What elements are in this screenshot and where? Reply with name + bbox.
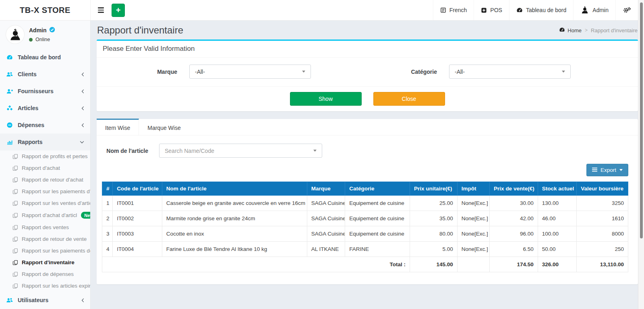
sidebar-subitem-rapport-sur-les-paiements-des-v[interactable]: Rapport sur les paiements des v [0, 245, 90, 257]
table-row[interactable]: 1IT0001Casserole beige en granite avec c… [102, 196, 628, 211]
sidebar-subitem-rapport-d-achat[interactable]: Rapport d'achat [0, 162, 90, 174]
sidebar-item-tableau-de-bord[interactable]: Tableau de bord [0, 49, 90, 66]
item-search-row: Nom de l'article Search Name/Code [97, 136, 638, 159]
gears-icon [623, 7, 631, 14]
user-plus-icon [6, 88, 13, 94]
table-cell: 2 [102, 211, 113, 226]
inventory-table: #Code de l'articleNom de l'articleMarque… [102, 182, 628, 272]
sidebar-item-label: Tableau de bord [18, 54, 61, 61]
sidebar-toggle-icon[interactable] [96, 6, 106, 14]
table-cell: IT0002 [113, 211, 162, 226]
breadcrumb-home[interactable]: Home [559, 27, 582, 34]
sidebar-subitem-rapport-de-d-penses[interactable]: Rapport de dépenses [0, 268, 90, 280]
sidebar-subitem-rapport-de-profits-et-pertes[interactable]: Rapport de profits et pertes [0, 150, 90, 162]
nav-dashboard[interactable]: Tableau de bord [509, 0, 573, 20]
navbar-right: French POS Tableau de bord Admin [433, 0, 638, 20]
report-copy-icon [12, 225, 18, 230]
sidebar-item-label: Utilisateurs [18, 297, 48, 303]
content-header: Rapport d'inventaire Home > Rapport d'in… [97, 21, 638, 40]
table-cell: None[Exc.] [457, 196, 489, 211]
chevron-left-icon [81, 72, 84, 77]
table-cell: 3250 [577, 196, 628, 211]
sidebar-item-clients[interactable]: Clients [0, 66, 90, 83]
reports-submenu: Rapport de profits et pertesRapport d'ac… [0, 150, 90, 292]
table-cell: AL ITKANE [307, 242, 345, 257]
total-label: Total : [102, 257, 410, 272]
table-cell: 1 [102, 196, 113, 211]
table-row[interactable]: 3IT0003Cocotte en inoxSAGA CuisineEquipe… [102, 226, 628, 242]
marque-select[interactable]: -All- [189, 65, 311, 79]
sidebar-subitem-rapport-de-retour-de-vente[interactable]: Rapport de retour de vente [0, 233, 90, 245]
sidebar-subitem-rapport-sur-les-articles-expir-s[interactable]: Rapport sur les articles expirés [0, 280, 90, 292]
categorie-form-group: Catégorie -All- [367, 65, 638, 79]
column-header: Prix unitaire(€) [410, 182, 458, 196]
table-cell: SAGA Cuisine [307, 226, 345, 242]
table-cell: IT0003 [113, 226, 162, 242]
table-row[interactable]: 2IT0002Marmite ronde grise en granite 24… [102, 211, 628, 226]
nav-user-label: Admin [592, 7, 609, 13]
table-row[interactable]: 4IT0004Farine Luxe de Blé Tendre Al Itka… [102, 242, 628, 257]
table-total-row: Total :145.00174.50326.0013,110.00 [102, 257, 628, 272]
sidebar-item-fournisseurs[interactable]: Fournisseurs [0, 83, 90, 100]
nav-pos[interactable]: POS [474, 0, 509, 20]
sidebar-item-d-penses[interactable]: Dépenses [0, 117, 90, 134]
home-dashboard-icon [559, 27, 565, 34]
user-name: Admin [29, 27, 47, 33]
table-cell: 1610 [577, 211, 628, 226]
minus-circle-icon [6, 122, 13, 128]
table-cell: FARINE [345, 242, 410, 257]
total-value: 174.50 [490, 257, 538, 272]
sidebar-subitem-label: Rapport de profits et pertes [22, 153, 88, 159]
sidebar-subitem-rapport-des-ventes[interactable]: Rapport des ventes [0, 221, 90, 233]
close-button[interactable]: Close [373, 92, 445, 106]
sidebar-subitem-rapport-de-retour-d-achat[interactable]: Rapport de retour d'achat [0, 174, 90, 186]
total-value: 13,110.00 [577, 257, 628, 272]
brand-logo[interactable]: TB-X STORE [0, 0, 91, 20]
report-copy-icon [12, 189, 18, 194]
table-cell: 5.00 [410, 242, 458, 257]
window-scrollbar-thumb[interactable] [640, 2, 643, 238]
chevron-left-icon [81, 298, 84, 303]
inventory-table-wrap: #Code de l'articleNom de l'articleMarque… [102, 182, 628, 272]
sidebar-item-utilisateurs[interactable]: Utilisateurs [0, 292, 90, 309]
column-header: Catégorie [345, 182, 410, 196]
nav-user-menu[interactable]: Admin [573, 0, 615, 20]
nav-language-french[interactable]: French [433, 0, 474, 20]
table-cell: 130.00 [538, 196, 577, 211]
sidebar-subitem-rapport-d-inventaire[interactable]: Rapport d'inventaire [0, 257, 90, 268]
sidebar-subitem-rapport-d-achat-d-articl[interactable]: Rapport d'achat d'articlNew [0, 209, 90, 221]
item-search-select[interactable]: Search Name/Code [159, 144, 322, 158]
user-meta: Admin Online [29, 25, 55, 42]
tab-marque-wise[interactable]: Marque Wise [139, 119, 189, 135]
table-cell: 8000 [577, 226, 628, 242]
nav-settings[interactable] [615, 0, 638, 20]
breadcrumb-separator: > [585, 27, 588, 33]
sidebar-subitem-rapport-sur-les-paiements-d-ach[interactable]: Rapport sur les paiements d'ach [0, 186, 90, 197]
navbar-left: + [91, 0, 125, 20]
item-name-label: Nom de l'article [97, 148, 148, 154]
categorie-select[interactable]: -All- [449, 65, 571, 79]
user-avatar [6, 25, 24, 44]
sidebar-subitem-label: Rapport sur les paiements des v [22, 248, 90, 254]
sidebar-subitem-rapport-sur-les-ventes-d-articles[interactable]: Rapport sur les ventes d'articles [0, 197, 90, 209]
table-cell: 80.00 [410, 226, 458, 242]
quick-add-button[interactable]: + [112, 4, 125, 17]
window-scrollbar-track[interactable] [638, 0, 644, 309]
sidebar-subitem-label: Rapport des ventes [22, 224, 69, 230]
sidebar-item-label: Clients [18, 71, 37, 77]
report-copy-icon [12, 213, 18, 218]
show-button[interactable]: Show [290, 92, 362, 106]
users-icon [6, 297, 13, 303]
sidebar-item-label: Rapports [18, 139, 42, 145]
cubes-icon [6, 105, 13, 111]
export-button[interactable]: Export [586, 164, 628, 176]
tachometer-icon [516, 7, 523, 13]
sidebar-subitem-label: Rapport d'inventaire [22, 259, 75, 265]
column-header: Code de l'article [113, 182, 162, 196]
tab-item-wise[interactable]: Item Wise [97, 119, 139, 135]
report-copy-icon [12, 248, 18, 254]
table-cell: None[Exc.] [457, 226, 489, 242]
sidebar-item-rapports[interactable]: Rapports [0, 134, 90, 150]
sidebar-item-articles[interactable]: Articles [0, 100, 90, 117]
table-cell: 42.00 [490, 211, 538, 226]
